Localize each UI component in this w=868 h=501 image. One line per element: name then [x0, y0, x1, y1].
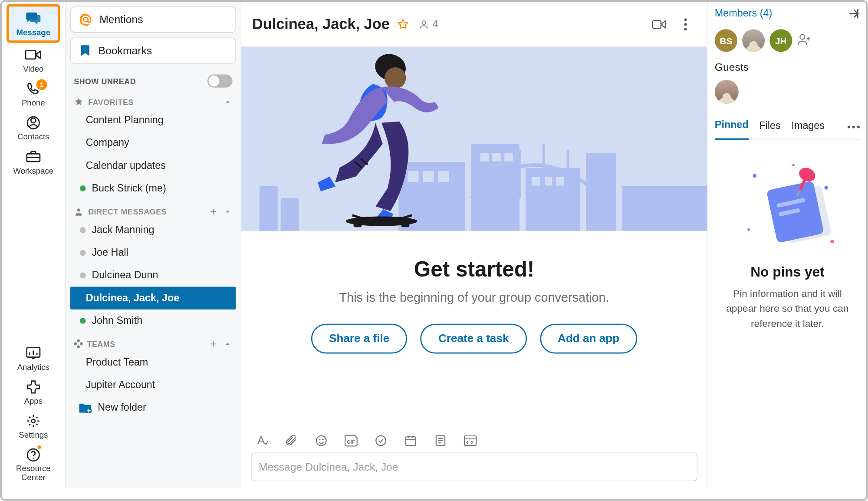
skateboarder-illustration [301, 47, 444, 227]
nav-phone-label: Phone [22, 99, 45, 108]
tab-pinned[interactable]: Pinned [715, 115, 749, 140]
note-icon[interactable] [433, 433, 447, 448]
emoji-icon[interactable] [314, 433, 329, 448]
composer: GIF [241, 425, 707, 488]
svg-rect-28 [586, 153, 616, 231]
teams-label: TEAMS [87, 339, 115, 349]
chevron-up-icon[interactable] [223, 339, 233, 349]
tab-images[interactable]: Images [791, 115, 825, 139]
bookmarks-button[interactable]: Bookmarks [70, 37, 236, 63]
show-unread-label: SHOW UNREAD [74, 76, 136, 86]
svg-point-7 [33, 458, 34, 459]
avatar-bs[interactable]: BS [715, 29, 737, 52]
pin-illustration [737, 158, 838, 254]
presence-dot [80, 185, 86, 191]
svg-point-53 [830, 240, 834, 243]
teams-header[interactable]: TEAMS [70, 332, 236, 351]
nav-workspace[interactable]: Workspace [7, 145, 60, 179]
format-text-icon[interactable] [254, 433, 269, 448]
collapse-panel-icon[interactable] [846, 7, 860, 21]
favorite-star-icon[interactable] [396, 17, 410, 31]
svg-point-47 [852, 125, 855, 128]
mentions-label: Mentions [99, 13, 143, 26]
event-icon[interactable] [404, 433, 418, 448]
favorites-header[interactable]: FAVORITES [70, 90, 236, 109]
favorite-item[interactable]: Content Planning [70, 109, 236, 132]
dm-item[interactable]: John Smith [70, 310, 236, 332]
team-item[interactable]: Product Team [70, 351, 236, 374]
plus-icon[interactable] [209, 207, 218, 217]
nav-rc-label: Resource Center [7, 465, 60, 482]
gif-icon[interactable]: GIF [344, 433, 358, 448]
avatar-jh[interactable]: JH [769, 29, 792, 52]
show-unread-toggle[interactable] [207, 75, 233, 88]
create-task-button[interactable]: Create a task [421, 324, 527, 354]
favorite-item-me[interactable]: Buck Strick (me) [70, 177, 236, 200]
presence-dot [80, 318, 86, 324]
nav-resource-center[interactable]: Resource Center [7, 443, 60, 488]
dm-item[interactable]: Dulcinea Dunn [70, 264, 236, 287]
chevron-up-icon[interactable] [223, 97, 233, 107]
message-input[interactable] [251, 452, 697, 481]
detail-tabs: Pinned Files Images [715, 115, 860, 140]
favorite-item[interactable]: Company [70, 132, 236, 154]
nav-video[interactable]: Video [7, 43, 60, 77]
dm-header[interactable]: DIRECT MESSAGES [70, 200, 236, 219]
bookmarks-label: Bookmarks [99, 44, 152, 57]
nav-apps[interactable]: Apps [7, 375, 60, 409]
chat-header: Dulcinea, Jack, Joe 4 [241, 2, 707, 47]
nav-contacts[interactable]: Contacts [7, 111, 60, 145]
chevron-up-icon[interactable] [223, 207, 233, 217]
dm-item[interactable]: Jack Manning [70, 219, 236, 241]
dm-item[interactable]: Joe Hall [70, 241, 236, 264]
nav-video-label: Video [23, 64, 43, 73]
nav-settings[interactable]: Settings [7, 409, 60, 443]
presence-dot [80, 273, 86, 279]
svg-rect-42 [406, 437, 416, 445]
dm-label: DIRECT MESSAGES [88, 207, 167, 216]
message-icon [24, 11, 42, 26]
nav-message[interactable]: Message [7, 4, 60, 43]
folder-add-icon [79, 402, 92, 413]
chat-pane: Dulcinea, Jack, Joe 4 [241, 2, 707, 488]
favorites-label: FAVORITES [88, 97, 134, 106]
team-item[interactable]: Jupiter Account [70, 374, 236, 396]
svg-point-51 [825, 186, 828, 189]
task-icon[interactable] [374, 433, 388, 448]
guest-avatar[interactable] [715, 80, 739, 104]
svg-point-37 [316, 436, 326, 446]
add-people-icon[interactable] [797, 33, 811, 48]
members-link[interactable]: Members (4) [715, 8, 772, 20]
add-app-button[interactable]: Add an app [540, 324, 638, 354]
share-file-button[interactable]: Share a file [311, 324, 408, 354]
mentions-button[interactable]: Mentions [70, 7, 236, 33]
member-count[interactable]: 4 [418, 18, 438, 30]
avatar-photo[interactable] [742, 29, 765, 52]
plus-icon[interactable] [209, 339, 218, 349]
presence-dot [80, 227, 86, 233]
welcome-section: Get started! This is the beginning of yo… [241, 231, 707, 364]
nav-analytics-label: Analytics [17, 363, 49, 372]
dm-item-active[interactable]: Dulcinea, Jack, Joe [70, 287, 236, 310]
tabs-more-icon[interactable] [847, 125, 860, 129]
code-snippet-icon[interactable] [463, 433, 477, 448]
nav-analytics[interactable]: Analytics [7, 341, 60, 375]
new-folder-button[interactable]: New folder [70, 396, 236, 419]
svg-point-41 [376, 436, 386, 446]
nav-message-label: Message [16, 28, 50, 37]
contacts-icon [24, 115, 42, 130]
attach-icon[interactable] [284, 433, 299, 448]
svg-point-10 [422, 20, 425, 24]
nav-phone[interactable]: 1 Phone [7, 77, 60, 111]
tab-files[interactable]: Files [759, 115, 780, 139]
more-menu-button[interactable] [678, 17, 693, 31]
video-icon [24, 48, 42, 62]
svg-rect-44 [464, 436, 476, 445]
chat-title: Dulcinea, Jack, Joe [252, 16, 390, 33]
svg-point-14 [684, 27, 687, 30]
svg-rect-30 [260, 186, 278, 231]
empty-title: No pins yet [750, 264, 824, 280]
start-video-button[interactable] [652, 17, 667, 31]
member-avatars: BS JH [715, 29, 860, 52]
favorite-item[interactable]: Calendar updates [70, 155, 236, 177]
